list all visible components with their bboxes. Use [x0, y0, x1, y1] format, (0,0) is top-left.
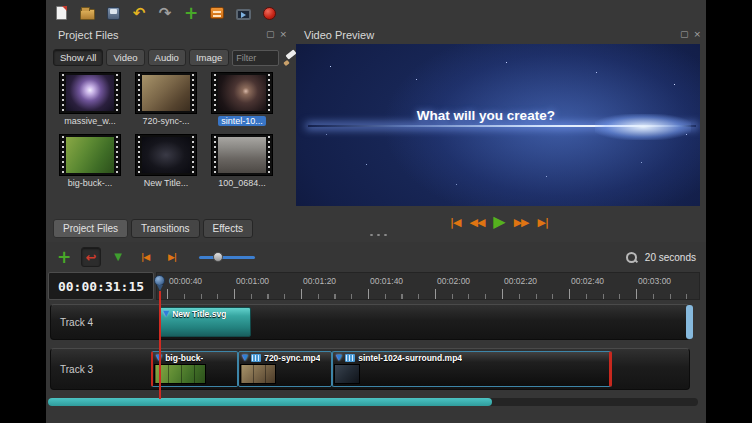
- jump-to-start-button[interactable]: |◀: [450, 217, 460, 228]
- playhead-marker[interactable]: [154, 275, 165, 286]
- redo-button[interactable]: ↷: [154, 2, 176, 24]
- close-panel-icon[interactable]: ×: [279, 30, 287, 39]
- file-thumbnail: [211, 72, 273, 114]
- clip-720-sync[interactable]: ▼ 720-sync.mp4: [238, 351, 332, 387]
- video-overlay-text: What will you create?: [296, 108, 676, 123]
- zoom-slider[interactable]: [199, 249, 255, 265]
- clip-label: New Title.svg: [172, 309, 226, 319]
- clip-sintel[interactable]: ▼ sintel-1024-surround.mp4: [332, 351, 612, 387]
- track-row-4[interactable]: Track 4 ▼ New Title.svg: [50, 304, 690, 340]
- panel-splitter-handle[interactable]: [368, 233, 390, 237]
- zoom-slider-track[interactable]: [199, 256, 255, 259]
- file-thumbnail: [135, 134, 197, 176]
- tab-transitions[interactable]: Transitions: [131, 219, 200, 238]
- file-label: sintel-10...: [204, 116, 280, 126]
- project-files-header: Project Files ▢ ×: [46, 26, 292, 43]
- profile-icon: [210, 7, 224, 19]
- thumbnail-image: [142, 75, 190, 111]
- close-panel-icon[interactable]: ×: [693, 30, 701, 39]
- vertical-scrollbar-thumb[interactable]: [686, 305, 693, 339]
- zoom-scale-select[interactable]: 20 seconds: [645, 252, 696, 263]
- filter-image-button[interactable]: Image: [189, 49, 229, 66]
- record-circle-icon: [263, 7, 276, 20]
- record-button[interactable]: [258, 2, 280, 24]
- tab-effects[interactable]: Effects: [203, 219, 253, 238]
- open-folder-icon: [80, 9, 95, 20]
- undo-icon: ↶: [133, 6, 146, 21]
- thumbnail-image: [218, 137, 266, 173]
- new-project-button[interactable]: [50, 2, 72, 24]
- video-preview-panel: Video Preview ▢ × What will you create? …: [292, 26, 706, 242]
- add-track-button[interactable]: +: [54, 247, 74, 267]
- clip-header: ▼ big-buck-: [153, 352, 237, 364]
- video-preview-header-icons: ▢ ×: [680, 30, 701, 39]
- timeline-ruler[interactable]: 00:00:40 00:01:00 00:01:20 00:01:40 00:0…: [156, 272, 700, 300]
- film-sprockets: [115, 136, 119, 174]
- snapping-toggle-button[interactable]: ↩: [81, 247, 101, 267]
- import-plus-icon: +: [184, 5, 198, 22]
- save-project-button[interactable]: [102, 2, 124, 24]
- timeline-section: + ↩ ▼ |◀ ▶| 20 seconds 00:00:31:15 00:00…: [46, 242, 706, 423]
- file-item[interactable]: New Title...: [128, 134, 204, 194]
- clip-header: ▼ 720-sync.mp4: [239, 352, 331, 364]
- file-item[interactable]: 100_0684...: [204, 134, 280, 194]
- thumbnail-image: [66, 137, 114, 173]
- transition-triangle-icon: ▼: [336, 354, 342, 362]
- next-marker-button[interactable]: ▶|: [162, 247, 182, 267]
- track-row-3[interactable]: Track 3 ▼ big-buck- ▼ 720-syn: [50, 348, 690, 390]
- horizontal-scrollbar[interactable]: [48, 398, 698, 406]
- float-panel-icon[interactable]: ▢: [680, 30, 689, 39]
- file-item[interactable]: 720-sync-...: [128, 72, 204, 132]
- video-preview-title: Video Preview: [304, 29, 374, 41]
- horizontal-scrollbar-thumb[interactable]: [48, 398, 492, 406]
- film-sprockets: [191, 136, 195, 174]
- filter-video-button[interactable]: Video: [106, 49, 144, 66]
- rewind-button[interactable]: ◀◀: [469, 217, 484, 228]
- float-panel-icon[interactable]: ▢: [266, 30, 275, 39]
- app-window: ↶ ↷ + Project Files ▢ × Show All Video A…: [46, 0, 706, 423]
- fast-forward-button[interactable]: ▶▶: [514, 217, 529, 228]
- clip-thumbnail: [240, 364, 276, 384]
- playhead-line: [159, 291, 161, 399]
- jump-to-end-button[interactable]: ▶|: [538, 217, 548, 228]
- track-name: Track 4: [60, 317, 93, 328]
- film-strip-icon: [251, 354, 261, 362]
- open-project-button[interactable]: [76, 2, 98, 24]
- project-files-panel: Project Files ▢ × Show All Video Audio I…: [46, 26, 292, 242]
- file-item[interactable]: massive_w...: [52, 72, 128, 132]
- timeline-toolbar: + ↩ ▼ |◀ ▶| 20 seconds: [46, 244, 706, 270]
- file-label: New Title...: [128, 178, 204, 188]
- transition-triangle-icon: ▼: [163, 310, 169, 318]
- add-marker-button[interactable]: ▼: [108, 247, 128, 267]
- film-sprockets: [267, 136, 271, 174]
- redo-icon: ↷: [159, 6, 172, 21]
- file-thumbnail: [211, 134, 273, 176]
- clip-header: ▼ sintel-1024-surround.mp4: [333, 352, 609, 364]
- tab-project-files[interactable]: Project Files: [53, 219, 128, 238]
- export-video-button[interactable]: [232, 2, 254, 24]
- file-item[interactable]: big-buck-...: [52, 134, 128, 194]
- clip-big-buck[interactable]: ▼ big-buck-: [151, 351, 238, 387]
- dock-tabs: Project Files Transitions Effects: [53, 219, 253, 238]
- previous-marker-button[interactable]: |◀: [135, 247, 155, 267]
- filter-show-all-button[interactable]: Show All: [53, 49, 103, 66]
- timecode-display: 00:00:31:15: [48, 272, 154, 300]
- previous-marker-icon: |◀: [141, 253, 149, 262]
- import-files-button[interactable]: +: [180, 2, 202, 24]
- clear-filter-brush-icon[interactable]: [282, 49, 290, 67]
- marker-icon: ▼: [114, 252, 122, 262]
- undo-button[interactable]: ↶: [128, 2, 150, 24]
- add-track-plus-icon: +: [57, 249, 71, 266]
- thumbnail-image: [142, 137, 190, 173]
- film-sprockets: [61, 136, 65, 174]
- filter-input[interactable]: [232, 50, 279, 66]
- play-button[interactable]: ▶: [493, 214, 504, 230]
- ruler-label: 00:01:00: [236, 276, 269, 286]
- clip-thumbnail: [334, 364, 360, 384]
- project-files-title: Project Files: [58, 29, 119, 41]
- choose-profile-button[interactable]: [206, 2, 228, 24]
- zoom-slider-handle[interactable]: [213, 252, 223, 262]
- clip-new-title[interactable]: ▼ New Title.svg: [159, 307, 251, 337]
- file-item-selected[interactable]: sintel-10...: [204, 72, 280, 132]
- filter-audio-button[interactable]: Audio: [148, 49, 186, 66]
